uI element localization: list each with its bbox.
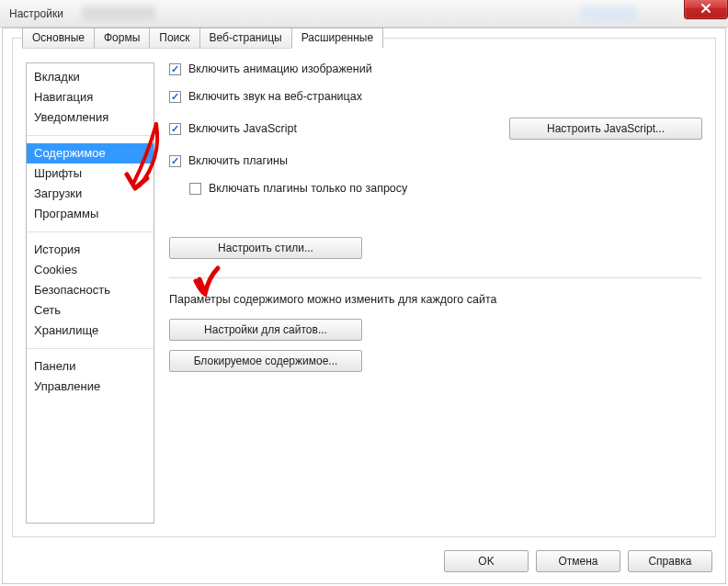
window-title: Настройки (9, 7, 63, 20)
cancel-button[interactable]: Отмена (536, 550, 620, 572)
tab-forms[interactable]: Формы (94, 28, 150, 49)
sidebar-item-cookies[interactable]: Cookies (27, 260, 154, 280)
checkbox-animation[interactable] (169, 63, 181, 75)
titlebar: Настройки (0, 0, 728, 28)
blocked-content-button[interactable]: Блокируемое содержимое... (169, 350, 362, 372)
checkbox-sound[interactable] (169, 91, 181, 103)
label-plugins: Включить плагины (188, 154, 288, 167)
sidebar-item-content[interactable]: Содержимое (27, 143, 154, 163)
site-settings-button[interactable]: Настройки для сайтов... (169, 319, 362, 341)
sidebar-item-tabs[interactable]: Вкладки (27, 67, 154, 87)
ok-button[interactable]: OK (444, 550, 529, 572)
label-javascript: Включить JavaScript (188, 122, 297, 135)
configure-styles-button[interactable]: Настроить стили... (169, 237, 362, 259)
sidebar-item-history[interactable]: История (27, 240, 154, 260)
per-site-description: Параметры содержимого можно изменить для… (169, 293, 702, 306)
tab-webpages[interactable]: Веб-страницы (199, 28, 292, 49)
sidebar-item-panels[interactable]: Панели (27, 356, 154, 377)
content-pane: Включить анимацию изображений Включить з… (169, 62, 702, 524)
tab-main[interactable]: Основные (22, 28, 95, 49)
blurred-area (581, 6, 636, 21)
sidebar-separator (27, 135, 154, 136)
label-animation: Включить анимацию изображений (188, 62, 372, 75)
label-sound: Включить звук на веб-страницах (188, 90, 362, 103)
sidebar-item-security[interactable]: Безопасность (27, 280, 154, 300)
checkbox-plugins-ondemand[interactable] (189, 183, 201, 195)
blurred-area (82, 6, 155, 21)
dialog-body: Основные Формы Поиск Веб-страницы Расшир… (2, 28, 726, 584)
tab-groupbox: Основные Формы Поиск Веб-страницы Расшир… (12, 38, 716, 537)
sidebar-separator (27, 231, 154, 232)
close-icon (700, 3, 711, 14)
sidebar-item-network[interactable]: Сеть (27, 300, 154, 321)
sidebar-item-navigation[interactable]: Навигация (27, 87, 154, 107)
sidebar-item-fonts[interactable]: Шрифты (27, 163, 154, 184)
checkbox-plugins[interactable] (169, 155, 181, 167)
tab-advanced[interactable]: Расширенные (291, 28, 384, 49)
tab-strip: Основные Формы Поиск Веб-страницы Расшир… (22, 28, 382, 49)
help-button[interactable]: Справка (628, 550, 712, 572)
configure-javascript-button[interactable]: Настроить JavaScript... (509, 118, 702, 140)
sidebar: Вкладки Навигация Уведомления Содержимое… (26, 62, 154, 524)
sidebar-item-notifications[interactable]: Уведомления (27, 107, 154, 128)
tab-search[interactable]: Поиск (149, 28, 199, 49)
sidebar-item-programs[interactable]: Программы (27, 204, 154, 224)
dialog-footer: OK Отмена Справка (444, 550, 712, 572)
sidebar-item-management[interactable]: Управление (27, 377, 154, 397)
separator (169, 277, 702, 278)
sidebar-item-downloads[interactable]: Загрузки (27, 184, 154, 204)
tab-panel: Вкладки Навигация Уведомления Содержимое… (13, 50, 715, 536)
sidebar-item-storage[interactable]: Хранилище (27, 321, 154, 341)
sidebar-separator (27, 348, 154, 349)
label-plugins-ondemand: Включать плагины только по запросу (209, 182, 407, 195)
checkbox-javascript[interactable] (169, 123, 181, 135)
close-button[interactable] (684, 0, 728, 19)
